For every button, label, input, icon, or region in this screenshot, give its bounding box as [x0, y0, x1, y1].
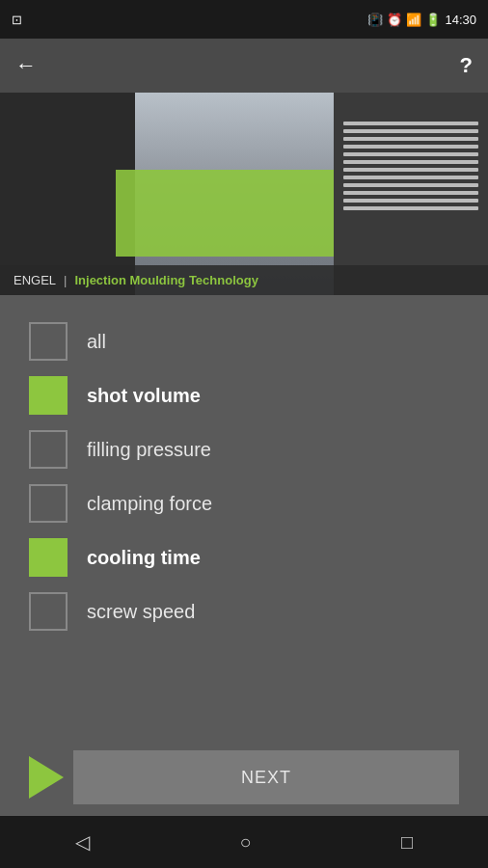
next-arrow-icon: [29, 756, 64, 799]
back-button[interactable]: ←: [15, 53, 37, 78]
bottom-bar: NEXT: [0, 739, 488, 816]
label-shot-volume: shot volume: [87, 385, 201, 407]
hero-title: Injection Moulding Technology: [74, 273, 258, 287]
next-label: NEXT: [241, 768, 291, 788]
item-filling-pressure[interactable]: filling pressure: [29, 422, 459, 476]
checkbox-shot-volume[interactable]: [29, 376, 68, 415]
item-clamping-force[interactable]: clamping force: [29, 476, 459, 530]
next-button[interactable]: NEXT: [73, 750, 459, 804]
slats: [334, 112, 488, 247]
brand-label: ENGEL: [14, 273, 56, 287]
item-shot-volume[interactable]: shot volume: [29, 368, 459, 422]
label-all: all: [87, 331, 106, 353]
vibrate-icon: 📳: [367, 13, 383, 27]
checkbox-clamping-force[interactable]: [29, 484, 68, 523]
label-filling-pressure: filling pressure: [87, 439, 211, 461]
status-bar-left: ⊡: [12, 13, 22, 27]
caption-divider: |: [64, 273, 67, 287]
status-bar: ⊡ 📳 ⏰ 📶 🔋 14:30: [0, 0, 488, 39]
status-bar-right: 📳 ⏰ 📶 🔋 14:30: [367, 13, 476, 27]
main-content: all shot volume filling pressure clampin…: [0, 295, 488, 739]
label-screw-speed: screw speed: [87, 601, 195, 623]
checkbox-all[interactable]: [29, 322, 68, 361]
android-recent-button[interactable]: □: [401, 831, 413, 854]
label-cooling-time: cooling time: [87, 547, 201, 569]
android-nav-bar: ◁ ○ □: [0, 816, 488, 868]
hero-image: ENGEL | Injection Moulding Technology: [0, 93, 488, 295]
time-display: 14:30: [445, 13, 476, 27]
checkbox-cooling-time[interactable]: [29, 538, 68, 577]
nav-bar: ← ?: [0, 39, 488, 93]
label-clamping-force: clamping force: [87, 493, 212, 515]
battery-icon: 🔋: [425, 13, 441, 27]
android-back-button[interactable]: ◁: [75, 830, 90, 854]
screen-icon: ⊡: [12, 13, 22, 27]
signal-icon: 📶: [406, 13, 421, 27]
checkbox-filling-pressure[interactable]: [29, 430, 68, 469]
android-home-button[interactable]: ○: [239, 831, 251, 854]
help-button[interactable]: ?: [460, 53, 473, 78]
item-all[interactable]: all: [29, 314, 459, 368]
checkbox-screw-speed[interactable]: [29, 592, 68, 631]
item-screw-speed[interactable]: screw speed: [29, 584, 459, 638]
alarm-icon: ⏰: [387, 13, 402, 27]
item-cooling-time[interactable]: cooling time: [29, 530, 459, 584]
hero-caption: ENGEL | Injection Moulding Technology: [0, 265, 488, 295]
